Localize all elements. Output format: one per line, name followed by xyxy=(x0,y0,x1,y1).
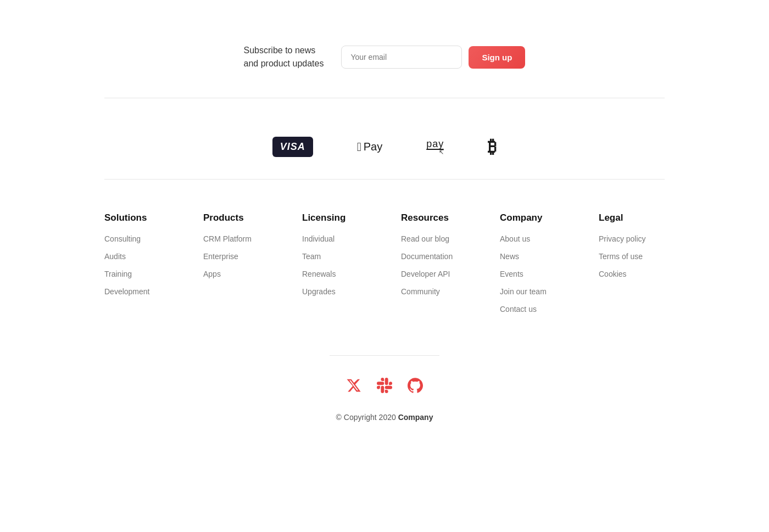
footer-link-individual[interactable]: Individual xyxy=(302,234,368,243)
footer-link-about-us[interactable]: About us xyxy=(500,234,566,243)
subscribe-label-line2: and product updates xyxy=(244,59,324,68)
subscribe-label: Subscribe to news and product updates xyxy=(244,44,324,70)
x-twitter-icon[interactable] xyxy=(346,378,361,393)
apple-pay-icon:  Pay xyxy=(357,140,383,154)
footer-link-developer-api[interactable]: Developer API xyxy=(401,270,467,278)
footer-heading-company: Company xyxy=(500,212,566,223)
footer-link-blog[interactable]: Read our blog xyxy=(401,234,467,243)
footer-heading-licensing: Licensing xyxy=(302,212,368,223)
footer-link-contact-us[interactable]: Contact us xyxy=(500,305,566,313)
divider-bottom xyxy=(330,355,439,356)
footer-link-renewals[interactable]: Renewals xyxy=(302,270,368,278)
social-section xyxy=(104,378,665,393)
footer-col-solutions: Solutions Consulting Audits Training Dev… xyxy=(104,212,170,322)
footer-link-news[interactable]: News xyxy=(500,252,566,261)
amazon-pay-icon: pay ↸ xyxy=(426,139,444,155)
footer-link-join-team[interactable]: Join our team xyxy=(500,287,566,296)
bitcoin-icon: ₿ xyxy=(488,137,497,157)
signup-button[interactable]: Sign up xyxy=(469,46,525,69)
footer-link-privacy-policy[interactable]: Privacy policy xyxy=(599,234,665,243)
copyright-text: © Copyright 2020 xyxy=(336,413,398,422)
visa-icon: VISA xyxy=(272,137,313,157)
footer-link-community[interactable]: Community xyxy=(401,287,467,296)
footer-heading-solutions: Solutions xyxy=(104,212,170,223)
footer-link-upgrades[interactable]: Upgrades xyxy=(302,287,368,296)
footer-link-enterprise[interactable]: Enterprise xyxy=(203,252,269,261)
footer-link-team[interactable]: Team xyxy=(302,252,368,261)
footer-heading-products: Products xyxy=(203,212,269,223)
footer-heading-resources: Resources xyxy=(401,212,467,223)
subscribe-form: Sign up xyxy=(341,46,525,69)
footer-link-crm-platform[interactable]: CRM Platform xyxy=(203,234,269,243)
footer-col-company: Company About us News Events Join our te… xyxy=(500,212,566,322)
payment-section: VISA  Pay pay ↸ ₿ xyxy=(104,120,665,179)
footer-link-events[interactable]: Events xyxy=(500,270,566,278)
slack-icon[interactable] xyxy=(377,378,392,393)
copyright: © Copyright 2020 Company xyxy=(104,413,665,422)
footer-link-terms-of-use[interactable]: Terms of use xyxy=(599,252,665,261)
divider-1 xyxy=(104,98,665,98)
github-icon[interactable] xyxy=(408,378,423,393)
divider-2 xyxy=(104,179,665,180)
footer-nav: Solutions Consulting Audits Training Dev… xyxy=(104,201,665,355)
footer-link-documentation[interactable]: Documentation xyxy=(401,252,467,261)
footer-link-cookies[interactable]: Cookies xyxy=(599,270,665,278)
footer-col-licensing: Licensing Individual Team Renewals Upgra… xyxy=(302,212,368,322)
footer-link-development[interactable]: Development xyxy=(104,287,170,296)
footer-col-products: Products CRM Platform Enterprise Apps xyxy=(203,212,269,322)
footer-link-training[interactable]: Training xyxy=(104,270,170,278)
footer-link-consulting[interactable]: Consulting xyxy=(104,234,170,243)
footer-col-legal: Legal Privacy policy Terms of use Cookie… xyxy=(599,212,665,322)
footer-link-apps[interactable]: Apps xyxy=(203,270,269,278)
footer-link-audits[interactable]: Audits xyxy=(104,252,170,261)
footer-heading-legal: Legal xyxy=(599,212,665,223)
email-input[interactable] xyxy=(341,46,462,69)
subscribe-label-line1: Subscribe to news xyxy=(244,46,316,55)
copyright-company: Company xyxy=(398,413,433,422)
footer-col-resources: Resources Read our blog Documentation De… xyxy=(401,212,467,322)
subscribe-section: Subscribe to news and product updates Si… xyxy=(104,33,665,98)
